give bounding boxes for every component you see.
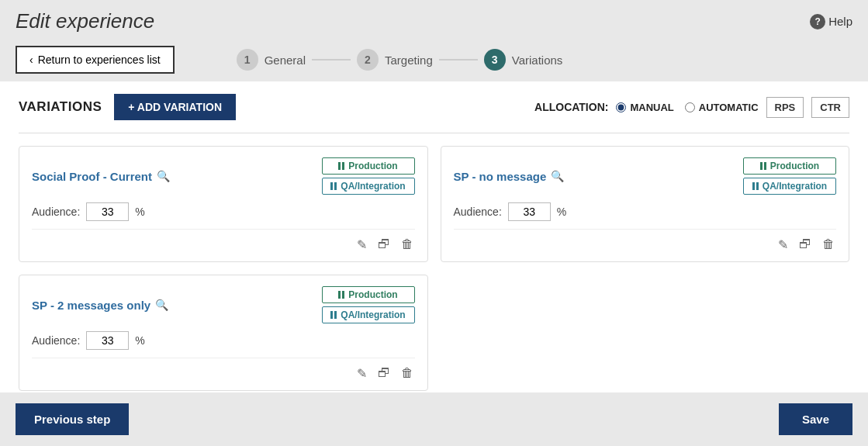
card-3-edit-icon[interactable]: ✎ <box>355 365 368 382</box>
save-button[interactable]: Save <box>779 403 852 435</box>
return-button[interactable]: ‹ Return to experiences list <box>16 46 175 74</box>
card-3-production-badge: Production <box>322 286 415 303</box>
add-variation-button[interactable]: + ADD VARIATION <box>114 94 236 120</box>
automatic-radio[interactable] <box>685 102 695 112</box>
card-1-badges: Production QA/Integration <box>322 157 415 195</box>
step-3-label: Variations <box>512 54 563 67</box>
card-2-edit-icon[interactable]: ✎ <box>776 236 790 254</box>
pause-icon <box>338 162 344 170</box>
card-2-copy-icon[interactable]: 🗗 <box>797 236 813 254</box>
card-2-badges: Production QA/Integration <box>743 157 836 195</box>
card-1-audience: Audience: % <box>32 202 415 221</box>
pause-icon-2 <box>760 162 766 170</box>
card-1-qa-badge: QA/Integration <box>322 178 415 195</box>
card-3-delete-icon[interactable]: 🗑 <box>399 365 415 382</box>
variation-card-3: SP - 2 messages only 🔍 Production <box>19 275 428 391</box>
card-3-copy-icon[interactable]: 🗗 <box>376 365 392 382</box>
step-1-label: General <box>265 54 306 67</box>
card-1-name: Social Proof - Current 🔍 <box>32 170 170 183</box>
card-1-copy-icon[interactable]: 🗗 <box>376 236 392 254</box>
card-3-name: SP - 2 messages only 🔍 <box>32 299 168 312</box>
radio-group: MANUAL AUTOMATIC <box>616 102 758 113</box>
cards-grid: Social Proof - Current 🔍 Production <box>19 146 849 391</box>
step-2-circle: 2 <box>357 49 379 71</box>
allocation-label: ALLOCATION: <box>534 101 608 113</box>
variation-card-2: SP - no message 🔍 Production QA/ <box>441 146 850 262</box>
card-1-delete-icon[interactable]: 🗑 <box>399 236 415 254</box>
steps-container: 1 General 2 Targeting 3 Variations <box>237 49 563 71</box>
top-bar: Edit experience ? Help <box>0 0 868 41</box>
card-3-production-label: Production <box>348 289 397 300</box>
card-2-delete-icon[interactable]: 🗑 <box>821 236 836 254</box>
card-3-percent: % <box>135 334 144 347</box>
card-1-production-label: Production <box>348 161 397 171</box>
section-divider <box>19 133 849 133</box>
card-2-search-icon[interactable]: 🔍 <box>551 170 564 182</box>
back-arrow-icon: ‹ <box>29 54 33 66</box>
card-3-audience: Audience: % <box>32 331 415 350</box>
variations-left: VARIATIONS + ADD VARIATION <box>19 94 236 120</box>
card-2-title: SP - no message <box>454 170 547 183</box>
card-2-header: SP - no message 🔍 Production QA/ <box>454 157 837 195</box>
nav-bar: ‹ Return to experiences list 1 General 2… <box>0 41 868 81</box>
content-area: VARIATIONS + ADD VARIATION ALLOCATION: M… <box>0 81 868 406</box>
card-2-audience-input[interactable] <box>508 202 551 221</box>
card-1-edit-icon[interactable]: ✎ <box>355 236 368 254</box>
pause-icon-qa-3 <box>330 311 337 319</box>
step-3-circle: 3 <box>484 49 506 71</box>
card-3-audience-input[interactable] <box>86 331 129 350</box>
card-1-actions: ✎ 🗗 🗑 <box>32 229 415 254</box>
step-connector-1 <box>312 59 351 61</box>
card-2-actions: ✎ 🗗 🗑 <box>454 229 837 254</box>
help-icon: ? <box>810 14 825 29</box>
help-link[interactable]: ? Help <box>810 14 852 29</box>
step-connector-2 <box>439 59 478 61</box>
card-1-title: Social Proof - Current <box>32 170 152 183</box>
manual-radio[interactable] <box>616 102 626 112</box>
return-label: Return to experiences list <box>38 54 161 66</box>
variations-header: VARIATIONS + ADD VARIATION ALLOCATION: M… <box>19 94 849 120</box>
previous-step-button[interactable]: Previous step <box>16 403 129 435</box>
page-title: Edit experience <box>16 9 154 33</box>
card-2-audience: Audience: % <box>454 202 837 221</box>
ctr-button[interactable]: CTR <box>811 97 849 118</box>
variation-card-1: Social Proof - Current 🔍 Production <box>19 146 428 262</box>
card-3-badges: Production QA/Integration <box>322 286 415 323</box>
automatic-label: AUTOMATIC <box>699 102 759 113</box>
allocation-right: ALLOCATION: MANUAL AUTOMATIC RPS CTR <box>534 97 849 118</box>
card-1-percent: % <box>135 206 144 218</box>
card-3-qa-label: QA/Integration <box>341 309 405 320</box>
card-3-search-icon[interactable]: 🔍 <box>155 299 168 311</box>
card-3-title: SP - 2 messages only <box>32 299 150 312</box>
manual-label: MANUAL <box>630 102 673 113</box>
pause-icon-3 <box>338 291 344 299</box>
help-label: Help <box>828 15 852 28</box>
card-1-audience-input[interactable] <box>86 202 129 221</box>
card-1-header: Social Proof - Current 🔍 Production <box>32 157 415 195</box>
card-3-header: SP - 2 messages only 🔍 Production <box>32 286 415 323</box>
card-2-qa-label: QA/Integration <box>763 181 827 192</box>
card-3-actions: ✎ 🗗 🗑 <box>32 358 415 382</box>
card-2-audience-label: Audience: <box>454 206 502 218</box>
pause-icon-qa <box>330 182 337 190</box>
step-3: 3 Variations <box>484 49 563 71</box>
card-2-production-badge: Production <box>743 157 836 175</box>
card-1-audience-label: Audience: <box>32 206 80 218</box>
step-2-label: Targeting <box>385 54 433 67</box>
card-1-qa-label: QA/Integration <box>341 181 405 192</box>
variations-title: VARIATIONS <box>19 99 102 115</box>
step-1: 1 General <box>237 49 306 71</box>
card-1-search-icon[interactable]: 🔍 <box>157 170 170 182</box>
rps-button[interactable]: RPS <box>766 97 804 118</box>
card-2-name: SP - no message 🔍 <box>454 170 565 183</box>
manual-radio-label[interactable]: MANUAL <box>616 102 673 113</box>
pause-icon-qa-2 <box>752 182 759 190</box>
step-1-circle: 1 <box>237 49 258 71</box>
automatic-radio-label[interactable]: AUTOMATIC <box>685 102 759 113</box>
card-2-qa-badge: QA/Integration <box>743 178 836 195</box>
card-3-audience-label: Audience: <box>32 334 80 347</box>
card-2-production-label: Production <box>770 161 819 171</box>
card-2-percent: % <box>557 206 566 218</box>
bottom-bar: Previous step Save <box>0 392 868 446</box>
step-2: 2 Targeting <box>357 49 433 71</box>
